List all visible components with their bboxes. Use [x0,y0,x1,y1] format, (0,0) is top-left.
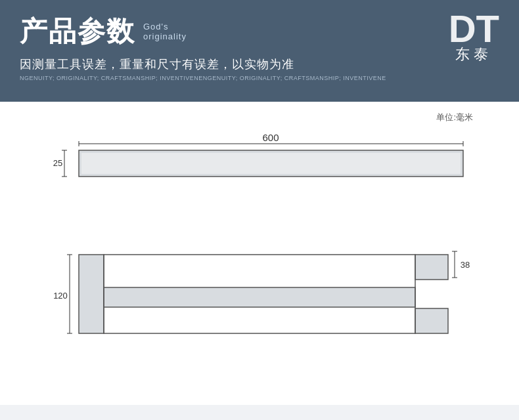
description-english: NGENUITY; ORIGINALITY; CRAFTSMANSHIP; IN… [20,75,386,81]
front-center-bar [104,287,415,307]
brand-dt-text: DT [449,10,499,48]
dim-25-label: 25 [53,158,62,168]
front-right-bracket-bottom [415,308,448,333]
description-chinese: 因测量工具误差，重量和尺寸有误差，以实物为准 [20,56,386,72]
main-title: 产品参数 [20,13,135,50]
svg-rect-3 [81,153,461,174]
front-left-bracket [79,255,104,333]
subtitle-line2: originality [143,32,187,41]
brand-logo: DT 东泰 [449,10,499,64]
subtitle-line1: God's [143,22,187,32]
header-left: 产品参数 God's originality 因测量工具误差，重量和尺寸有误差，… [20,13,386,81]
product-diagram: 600 25 38 [39,127,480,402]
header-section: 产品参数 God's originality 因测量工具误差，重量和尺寸有误差，… [0,0,519,102]
content-area: 单位:毫米 600 25 [0,102,519,405]
front-right-bracket-top [415,255,448,280]
subtitle-block: God's originality [143,22,187,41]
title-row: 产品参数 God's originality [20,13,386,50]
page: 产品参数 God's originality 因测量工具误差，重量和尺寸有误差，… [0,0,519,420]
unit-label: 单位:毫米 [39,102,480,123]
dim-38-label: 38 [461,260,470,270]
dim-120-label: 120 [53,291,68,301]
dim-600-label: 600 [262,132,279,143]
